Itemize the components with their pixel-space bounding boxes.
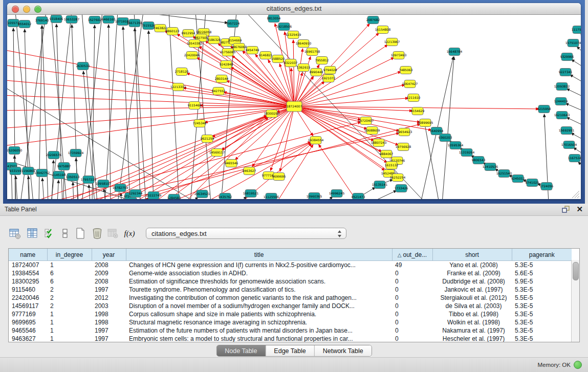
network-node[interactable]: 20634521	[194, 190, 210, 198]
network-node[interactable]: 9154629	[411, 107, 425, 115]
table-row[interactable]: 946554611997Estimation of the future num…	[9, 326, 572, 335]
network-node[interactable]: 1615132	[385, 162, 399, 169]
network-node[interactable]: 7957224	[226, 20, 240, 28]
table-row[interactable]: 1872400712008Changes of HCN gene express…	[9, 261, 572, 270]
network-node[interactable]: 17016504	[561, 141, 577, 149]
network-node[interactable]: 1156869	[21, 167, 35, 175]
table-row[interactable]: 911546021997Tourette syndrome. Phenomeno…	[9, 286, 572, 294]
network-node[interactable]: 9884067	[380, 150, 394, 158]
table-row[interactable]: 977716911998Corpus callosum shape and si…	[9, 310, 572, 318]
network-node[interactable]: 19756928	[396, 143, 411, 151]
network-node[interactable]: 8427552	[212, 87, 226, 95]
network-node[interactable]: 21756085	[220, 49, 236, 56]
table-select-dropdown[interactable]: citations_edges.txt	[146, 228, 346, 239]
network-node[interactable]: 16252254	[390, 174, 406, 182]
network-node[interactable]: 8186328	[207, 36, 221, 44]
network-node[interactable]: 3769140	[35, 17, 49, 25]
network-node[interactable]: 15692951	[559, 127, 575, 135]
select-columns-icon[interactable]	[43, 227, 56, 240]
network-node[interactable]: 16154808	[375, 26, 391, 34]
network-node[interactable]: 9242848	[220, 61, 233, 69]
table-row[interactable]: 1938455462009Genome-wide association stu…	[9, 269, 572, 277]
network-node[interactable]: 7245348	[193, 120, 207, 127]
network-node[interactable]: 20206576	[46, 151, 62, 159]
network-node[interactable]: 1350513	[66, 173, 80, 181]
network-node[interactable]: 17359924	[68, 149, 84, 157]
network-node[interactable]: 14996245	[329, 190, 345, 198]
memory-status-indicator[interactable]	[574, 361, 582, 369]
column-header-short[interactable]: short	[432, 249, 512, 261]
tab-network-table[interactable]: Network Table	[314, 345, 372, 356]
network-node[interactable]: 14569117	[209, 149, 225, 157]
network-node[interactable]: 9318406	[50, 15, 63, 23]
network-node[interactable]: 9975887	[57, 163, 71, 170]
network-node[interactable]: 13942757	[34, 169, 50, 177]
network-node[interactable]: 12093832	[554, 83, 570, 91]
network-node[interactable]: 7485063	[399, 67, 413, 74]
float-panel-icon[interactable]	[562, 206, 570, 213]
network-node[interactable]: 16671358	[127, 19, 143, 27]
network-node[interactable]: 10543382	[187, 40, 203, 48]
network-node[interactable]: 12213967	[384, 38, 400, 46]
delete-rows-icon[interactable]	[91, 227, 104, 240]
network-node[interactable]: 10653287	[64, 16, 80, 24]
window-resize-grip[interactable]	[572, 191, 579, 198]
network-node[interactable]: 1211610	[407, 94, 421, 102]
network-node[interactable]: 10595364	[448, 142, 464, 149]
network-node[interactable]: 11319264	[459, 149, 475, 157]
network-node[interactable]: 7955812	[315, 57, 329, 64]
network-node[interactable]: 18640910	[296, 40, 312, 48]
network-node[interactable]: 19218506	[276, 23, 292, 31]
network-node[interactable]: 9329966	[560, 53, 574, 61]
network-node[interactable]: 10958107	[96, 180, 112, 188]
table-row[interactable]: 946362711997Embryonic stem cells: a mode…	[9, 335, 572, 342]
network-node[interactable]: 933159	[10, 167, 21, 175]
network-node[interactable]: 9227341	[559, 69, 573, 76]
network-node[interactable]: 8521473	[352, 193, 365, 200]
table-settings-icon[interactable]	[8, 227, 21, 240]
network-node[interactable]: 9621254	[201, 135, 214, 143]
network-node[interactable]: 1292344	[129, 190, 143, 198]
network-node[interactable]: 9465546	[225, 160, 238, 167]
network-node[interactable]: 7463822	[154, 25, 167, 32]
network-node[interactable]: 10899695	[418, 119, 433, 127]
network-node[interactable]: 8813054	[267, 15, 281, 23]
network-node[interactable]: 12213312	[170, 83, 186, 91]
network-node[interactable]: 6466160	[102, 16, 116, 24]
network-node[interactable]: 15720407	[358, 117, 374, 125]
network-node[interactable]: 8215958	[537, 105, 551, 113]
network-node[interactable]: 1588520	[271, 55, 285, 63]
table-row[interactable]: 1456911722003Disruption of a novel membe…	[9, 302, 572, 310]
network-node[interactable]: 1733426	[395, 185, 408, 192]
network-node[interactable]: 18300295	[264, 110, 280, 118]
column-header-name[interactable]: name	[9, 249, 47, 261]
table-columns-icon[interactable]	[26, 227, 39, 240]
column-header-year[interactable]: year	[92, 249, 126, 261]
network-node[interactable]: 12325419	[286, 31, 301, 39]
network-node[interactable]: 15135141	[372, 181, 388, 189]
network-node[interactable]: 11125596	[264, 193, 279, 200]
network-node[interactable]: 16819521	[243, 190, 259, 198]
network-node[interactable]: 9806543	[472, 157, 486, 164]
tab-edge-table[interactable]: Edge Table	[265, 345, 314, 356]
network-node[interactable]: 2803144	[215, 75, 229, 83]
network-node[interactable]: 1284583	[167, 194, 181, 200]
network-node[interactable]: 19654923	[397, 128, 412, 136]
network-node[interactable]: 16210643	[554, 112, 570, 119]
network-node[interactable]: 1244419	[554, 98, 568, 105]
network-node[interactable]: 1724056	[540, 183, 554, 190]
network-node[interactable]: 19384554	[308, 137, 324, 144]
table-row[interactable]: 969969511998Structural magnetic resonanc…	[9, 318, 572, 326]
network-node[interactable]: 1117534	[572, 26, 581, 34]
table-scrollbar-thumb[interactable]	[573, 262, 579, 280]
network-node[interactable]: 9245012	[511, 175, 525, 183]
new-table-icon[interactable]	[74, 227, 87, 240]
network-node[interactable]: 1362615	[297, 64, 311, 72]
network-node[interactable]: 8912954	[182, 30, 195, 37]
network-node[interactable]: 15751074	[565, 39, 581, 47]
network-node[interactable]: 9435762	[219, 193, 232, 200]
network-node[interactable]: 9554012	[18, 20, 32, 28]
function-builder-icon[interactable]: f(x)	[123, 227, 136, 240]
row-height-icon[interactable]	[58, 227, 72, 240]
network-node[interactable]: 12410536	[483, 163, 498, 171]
